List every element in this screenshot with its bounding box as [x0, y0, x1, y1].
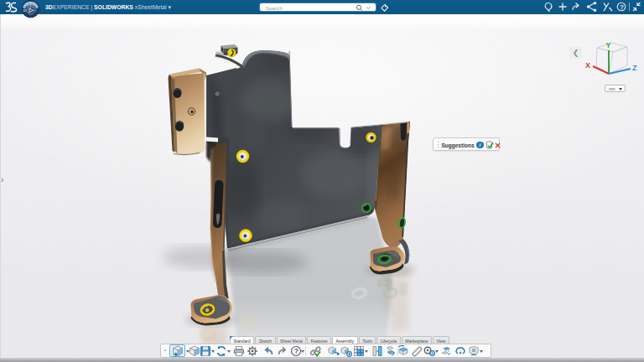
svg-text:?: ? — [620, 3, 624, 11]
svg-text:/: / — [35, 9, 36, 13]
svg-text:X: X — [585, 61, 590, 70]
svg-text:Y: Y — [606, 41, 611, 49]
svg-text:?: ? — [294, 347, 299, 355]
svg-text:Z: Z — [632, 64, 637, 72]
